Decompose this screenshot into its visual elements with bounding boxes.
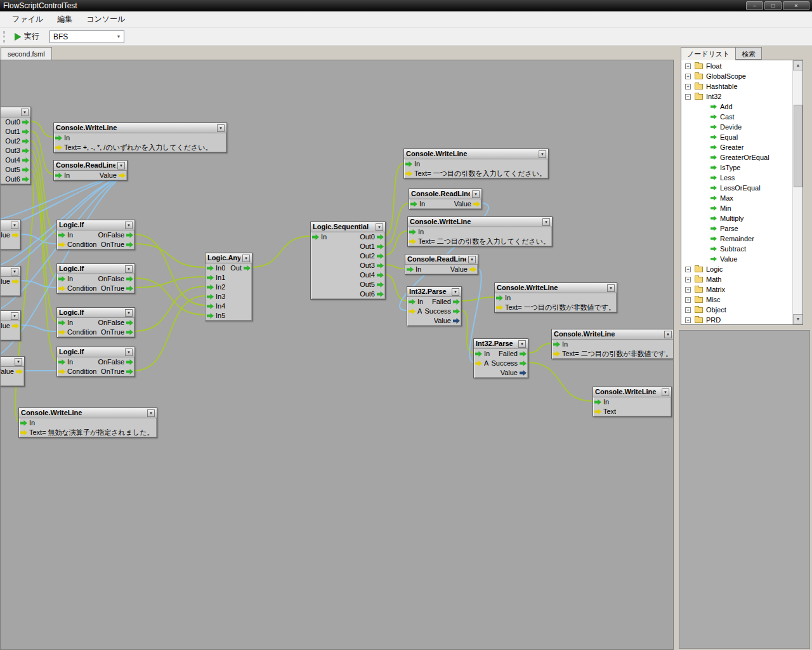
pin-in-icon[interactable] xyxy=(55,135,62,141)
node-titlebar[interactable]: Logic.If▼ xyxy=(57,220,134,230)
pin-in-icon[interactable] xyxy=(407,267,414,272)
tree-item[interactable]: Subtract xyxy=(681,244,792,254)
toolbar-grip[interactable] xyxy=(3,31,5,43)
maximize-button[interactable]: □ xyxy=(764,1,782,10)
node-titlebar[interactable]: Int32.Equal▼ xyxy=(0,357,24,367)
pin-out-icon[interactable] xyxy=(377,282,384,288)
tree-expand-toggle[interactable]: + xyxy=(685,277,691,282)
pin-out-icon[interactable] xyxy=(377,244,384,249)
tree-item[interactable]: Remainder xyxy=(681,234,792,244)
pin-in-icon[interactable] xyxy=(55,173,62,178)
node-titlebar[interactable]: Logic.Sequential▼ xyxy=(0,107,30,117)
pin-out-icon[interactable] xyxy=(126,369,133,375)
graph-node[interactable]: Int32.Equal▼ValueA xyxy=(0,266,21,296)
node-menu-button[interactable]: ▼ xyxy=(452,288,459,296)
tree-item[interactable]: Less xyxy=(681,173,792,183)
node-titlebar[interactable]: Console.WriteLine▼ xyxy=(54,123,226,133)
tree-item[interactable]: Add xyxy=(681,102,792,112)
pin-out-icon[interactable] xyxy=(377,291,384,297)
pin-out-icon[interactable] xyxy=(22,176,29,182)
scroll-up-button[interactable]: ▲ xyxy=(793,60,803,70)
pin-out-icon[interactable] xyxy=(126,242,133,248)
pin-out-icon[interactable] xyxy=(473,201,480,207)
tree-expand-toggle[interactable]: + xyxy=(685,74,691,79)
node-menu-button[interactable]: ▼ xyxy=(11,222,18,229)
pin-in-icon[interactable] xyxy=(207,275,214,281)
minimize-button[interactable]: – xyxy=(746,1,763,10)
pin-in-icon[interactable] xyxy=(594,399,601,405)
graph-node[interactable]: Console.WriteLine▼InText= 一つ目の引数を入力してくださ… xyxy=(403,149,549,179)
graph-node[interactable]: Console.WriteLine▼InText= +, -, *, /のいずれ… xyxy=(53,123,227,153)
graph-node[interactable]: Int32.Equal▼ValueA xyxy=(0,310,21,341)
pin-in-icon[interactable] xyxy=(207,313,214,319)
pin-out-icon[interactable] xyxy=(126,286,133,291)
node-menu-button[interactable]: ▼ xyxy=(242,255,250,262)
pin-out-icon[interactable] xyxy=(453,318,460,324)
pin-out-icon[interactable] xyxy=(377,253,384,259)
pin-in-icon[interactable] xyxy=(58,276,65,282)
pin-in-icon[interactable] xyxy=(409,299,416,305)
node-menu-button[interactable]: ▼ xyxy=(21,109,29,116)
pin-out-icon[interactable] xyxy=(244,265,251,271)
node-titlebar[interactable]: Logic.If▼ xyxy=(57,347,134,357)
node-menu-button[interactable]: ▼ xyxy=(468,256,476,263)
node-menu-button[interactable]: ▼ xyxy=(11,268,18,275)
pin-in-icon[interactable] xyxy=(409,308,416,314)
pin-out-icon[interactable] xyxy=(22,119,29,125)
node-menu-button[interactable]: ▼ xyxy=(125,309,133,317)
tree-item[interactable]: +PRD xyxy=(681,315,792,325)
pin-out-icon[interactable] xyxy=(126,276,133,282)
graph-node[interactable]: Int32.Parse▼InFailedASuccessValue xyxy=(473,338,528,378)
pin-out-icon[interactable] xyxy=(126,232,133,238)
node-menu-button[interactable]: ▼ xyxy=(11,312,18,320)
node-titlebar[interactable]: Console.WriteLine▼ xyxy=(495,283,617,293)
pin-out-icon[interactable] xyxy=(12,232,19,238)
graph-node[interactable]: Logic.Any▼In0OutIn1In2In3In4In5 xyxy=(205,253,252,321)
pin-in-icon[interactable] xyxy=(475,361,482,366)
pin-in-icon[interactable] xyxy=(58,329,65,335)
graph-canvas[interactable]: Logic.Sequential▼InOut0Out1Out2Out3Out4O… xyxy=(0,60,674,650)
graph-node[interactable]: Console.ReadLine▼InValue xyxy=(53,160,128,181)
pin-out-icon[interactable] xyxy=(22,148,29,154)
node-titlebar[interactable]: Int32.Equal▼ xyxy=(0,220,20,230)
node-titlebar[interactable]: Int32.Equal▼ xyxy=(0,267,20,277)
pin-out-icon[interactable] xyxy=(520,361,527,366)
node-menu-button[interactable]: ▼ xyxy=(662,388,669,396)
pin-out-icon[interactable] xyxy=(377,272,384,278)
graph-node[interactable]: Console.WriteLine▼InText= 一つ目の引数が非数値です。 xyxy=(494,282,617,313)
node-titlebar[interactable]: Console.ReadLine▼ xyxy=(54,161,127,171)
node-titlebar[interactable]: Console.WriteLine▼ xyxy=(408,217,552,227)
node-titlebar[interactable]: Console.ReadLine▼ xyxy=(409,189,481,199)
pin-in-icon[interactable] xyxy=(58,359,65,365)
node-menu-button[interactable]: ▼ xyxy=(664,331,672,338)
menu-item-0[interactable]: ファイル xyxy=(5,11,50,27)
pin-in-icon[interactable] xyxy=(55,145,62,150)
tree-item[interactable]: +Math xyxy=(681,274,792,284)
graph-node[interactable]: Console.WriteLine▼InText= 二つ目の引数が非数値です。 xyxy=(551,329,674,359)
tree-item[interactable]: +GlobalScope xyxy=(681,71,792,81)
tree-expand-toggle[interactable]: − xyxy=(685,94,691,100)
tab-search[interactable]: 検索 xyxy=(735,47,762,60)
node-menu-button[interactable]: ▼ xyxy=(125,265,133,273)
menu-item-1[interactable]: 編集 xyxy=(50,11,79,27)
node-titlebar[interactable]: Int32.Parse▼ xyxy=(474,339,528,349)
tree-item[interactable]: +Float xyxy=(681,61,792,71)
tree-item[interactable]: IsType xyxy=(681,162,792,173)
tree-item[interactable]: Devide xyxy=(681,122,792,132)
node-menu-button[interactable]: ▼ xyxy=(472,190,480,198)
tree-item[interactable]: Max xyxy=(681,193,792,203)
pin-in-icon[interactable] xyxy=(409,229,416,235)
run-button[interactable]: 実行 xyxy=(10,29,44,44)
node-menu-button[interactable]: ▼ xyxy=(147,409,155,417)
pin-out-icon[interactable] xyxy=(377,234,384,240)
scroll-down-button[interactable]: ▼ xyxy=(793,314,803,324)
pin-out-icon[interactable] xyxy=(126,320,133,326)
graph-node[interactable]: Int32.Equal▼ValueA xyxy=(0,356,25,387)
graph-node[interactable]: Int32.Parse▼InFailedASuccessValue xyxy=(407,286,462,326)
tree-expand-toggle[interactable]: + xyxy=(685,317,691,323)
node-menu-button[interactable]: ▼ xyxy=(125,222,133,229)
tree-item[interactable]: +Matrix xyxy=(681,284,792,295)
tree-expand-toggle[interactable]: + xyxy=(685,287,691,293)
node-titlebar[interactable]: Logic.If▼ xyxy=(57,308,134,318)
tree-item[interactable]: LessOrEqual xyxy=(681,183,792,193)
